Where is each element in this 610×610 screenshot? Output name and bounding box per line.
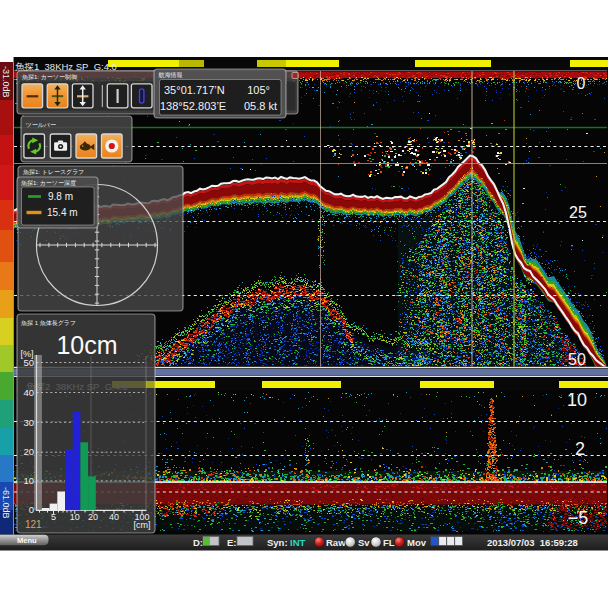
svg-text:Raw: Raw — [326, 537, 346, 548]
svg-text:Sv: Sv — [358, 537, 370, 548]
svg-text:15.4 m: 15.4 m — [47, 207, 78, 218]
svg-text:2013/07/03 16:59:28: 2013/07/03 16:59:28 — [487, 537, 578, 548]
svg-text:10: 10 — [23, 475, 34, 486]
svg-text:2: 2 — [575, 439, 585, 459]
svg-text:-61.0dB: -61.0dB — [1, 487, 11, 519]
svg-text:105°: 105° — [247, 84, 270, 96]
svg-text:0: 0 — [29, 504, 34, 515]
svg-text:魚探 1 魚体長グラフ: 魚探 1 魚体長グラフ — [21, 320, 76, 326]
svg-text:−5: −5 — [568, 508, 589, 528]
svg-text:ツールバー: ツールバー — [26, 122, 56, 128]
svg-text:20: 20 — [88, 512, 98, 522]
svg-text:0: 0 — [577, 75, 586, 92]
svg-text:9.8 m: 9.8 m — [48, 191, 73, 202]
svg-text:138°52.803’E: 138°52.803’E — [160, 100, 226, 112]
svg-text:[cm]: [cm] — [134, 520, 151, 530]
svg-text:30: 30 — [23, 417, 34, 428]
svg-text:Menu: Menu — [17, 536, 37, 545]
svg-text:35°01.717’N: 35°01.717’N — [164, 84, 225, 96]
svg-text:魚探1: カーソー深度: 魚探1: カーソー深度 — [21, 179, 76, 187]
svg-text:魚探1: トレースグラフ: 魚探1: トレースグラフ — [23, 169, 85, 175]
svg-text:25: 25 — [569, 204, 587, 221]
svg-text:40: 40 — [23, 387, 34, 398]
svg-text:魚探1 38KHz SP G:4.0: 魚探1 38KHz SP G:4.0 — [15, 61, 117, 72]
svg-text:-31.0dB: -31.0dB — [1, 66, 11, 98]
svg-text:40: 40 — [109, 512, 119, 522]
svg-text:D:: D: — [193, 537, 203, 548]
svg-text:10cm: 10cm — [56, 331, 117, 359]
svg-text:E:: E: — [227, 537, 237, 548]
svg-text:5: 5 — [51, 512, 56, 522]
svg-text:10: 10 — [567, 390, 587, 410]
svg-text:FL: FL — [383, 537, 395, 548]
svg-text:50: 50 — [568, 351, 586, 368]
svg-text:50: 50 — [23, 357, 34, 368]
svg-text:Mov: Mov — [407, 537, 427, 548]
svg-text:Syn:: Syn: — [267, 537, 288, 548]
svg-text:121: 121 — [25, 519, 42, 530]
svg-text:魚探1: カーソー制御: 魚探1: カーソー制御 — [22, 74, 77, 81]
svg-text:10: 10 — [70, 512, 80, 522]
svg-text:05.8 kt: 05.8 kt — [244, 100, 277, 112]
svg-text:航海情報: 航海情報 — [159, 71, 183, 79]
svg-text:INT: INT — [290, 537, 306, 548]
svg-text:20: 20 — [23, 446, 34, 457]
